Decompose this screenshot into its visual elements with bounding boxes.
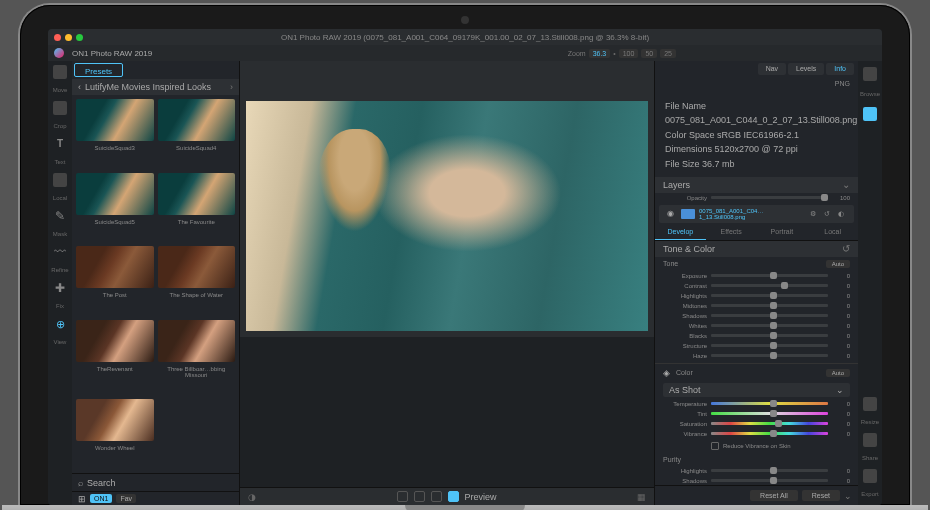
auto-tone-button[interactable]: Auto [826, 260, 850, 268]
zoom-controls: Zoom 36.3 • 100 50 25 [568, 49, 676, 58]
adjustments-scroll[interactable]: Tone & Color↺ Tone Auto Exposure0Contras… [655, 241, 858, 485]
saturation-slider[interactable] [711, 422, 828, 425]
resize-module[interactable] [863, 397, 877, 411]
slider-label: Highlights [663, 468, 707, 474]
on1-filter[interactable]: ON1 [90, 494, 112, 503]
zoom-preset-100[interactable]: 100 [619, 49, 639, 58]
close-icon[interactable] [54, 34, 61, 41]
layer-row[interactable]: ◉ 0075_081_A001_C04…1_13.Still008.png ⚙ … [659, 205, 854, 223]
maximize-icon[interactable] [76, 34, 83, 41]
preset-thumb [76, 399, 154, 441]
fix-tool[interactable]: ✚ [53, 281, 67, 295]
opacity-slider[interactable] [711, 196, 828, 199]
view-tool-label: View [50, 339, 70, 345]
layers-header[interactable]: Layers⌄ [655, 177, 858, 193]
share-button[interactable] [863, 433, 877, 447]
preset-5[interactable]: The Shape of Water [158, 246, 236, 316]
chevron-down-icon: ⌄ [842, 179, 850, 190]
eyedropper-icon[interactable]: ◈ [663, 368, 670, 378]
levels-tab[interactable]: Levels [788, 63, 824, 75]
blacks-slider[interactable] [711, 334, 828, 337]
effects-subtab[interactable]: Effects [706, 225, 757, 240]
resize-label: Resize [859, 419, 881, 425]
mask-preview-icon[interactable]: ▦ [637, 492, 646, 502]
vibrance-slider[interactable] [711, 432, 828, 435]
preview-image[interactable] [246, 101, 648, 331]
midtones-slider[interactable] [711, 304, 828, 307]
preview-toggle[interactable] [448, 491, 459, 502]
local-tool[interactable] [53, 173, 67, 187]
crop-tool[interactable] [53, 101, 67, 115]
info-tab[interactable]: Info [826, 63, 854, 75]
auto-color-button[interactable]: Auto [826, 369, 850, 377]
preset-6[interactable]: TheRevenant [76, 320, 154, 396]
layer-name: 0075_081_A001_C04…1_13.Still008.png [699, 208, 804, 220]
shadows-slider[interactable] [711, 479, 828, 482]
minimize-icon[interactable] [65, 34, 72, 41]
reset-button[interactable]: Reset [802, 490, 840, 501]
view-tool[interactable]: ⊕ [53, 317, 67, 331]
zoom-preset-25[interactable]: 25 [660, 49, 676, 58]
text-tool[interactable]: T [53, 137, 67, 151]
white-balance-select[interactable]: As Shot⌄ [663, 383, 850, 397]
slider-value: 0 [832, 303, 850, 309]
preset-label: The Post [76, 288, 154, 304]
zoom-value[interactable]: 36.3 [589, 49, 611, 58]
haze-slider[interactable] [711, 354, 828, 357]
whites-slider[interactable] [711, 324, 828, 327]
preset-0[interactable]: SuicideSquad3 [76, 99, 154, 169]
preset-thumb [76, 320, 154, 362]
view-mode-1[interactable] [397, 491, 408, 502]
edit-module[interactable] [863, 107, 877, 121]
nav-tab[interactable]: Nav [758, 63, 786, 75]
view-mode-2[interactable] [414, 491, 425, 502]
contrast-slider[interactable] [711, 284, 828, 287]
exposure-slider[interactable] [711, 274, 828, 277]
temperature-slider[interactable] [711, 402, 828, 405]
reset-icon[interactable]: ↺ [822, 210, 832, 218]
export-button[interactable] [863, 469, 877, 483]
view-mode-3[interactable] [431, 491, 442, 502]
preset-4[interactable]: The Post [76, 246, 154, 316]
search-input[interactable]: Search [87, 478, 116, 488]
refine-tool[interactable]: 〰 [53, 245, 67, 259]
slider-label: Shadows [663, 478, 707, 484]
reset-all-button[interactable]: Reset All [750, 490, 798, 501]
develop-subtab[interactable]: Develop [655, 225, 706, 240]
preset-label: TheRevenant [76, 362, 154, 378]
presets-tab[interactable]: Presets [74, 63, 123, 77]
highlights-slider[interactable] [711, 294, 828, 297]
eye-icon[interactable]: ◉ [667, 209, 677, 218]
expand-icon[interactable]: ⊞ [78, 494, 86, 504]
preset-7[interactable]: Three Billboar…bbing Missouri [158, 320, 236, 396]
right-toolrail: Browse Resize Share Export [858, 61, 882, 505]
slider-value: 0 [832, 283, 850, 289]
structure-slider[interactable] [711, 344, 828, 347]
reset-icon[interactable]: ↺ [842, 243, 850, 254]
soft-proof-icon[interactable]: ◑ [248, 492, 256, 502]
mask-tool[interactable]: ✎ [53, 209, 67, 223]
preset-browser: Presets ‹ LutifyMe Movies Inspired Looks… [72, 61, 240, 505]
zoom-preset-50[interactable]: 50 [641, 49, 657, 58]
gear-icon[interactable]: ⚙ [808, 210, 818, 218]
preset-category-dropdown[interactable]: ‹ LutifyMe Movies Inspired Looks › [72, 79, 239, 95]
browse-module[interactable] [863, 67, 877, 81]
local-subtab[interactable]: Local [807, 225, 858, 240]
mask-icon[interactable]: ◐ [836, 210, 846, 218]
preset-3[interactable]: The Favourite [158, 173, 236, 243]
preset-1[interactable]: SuicideSquad4 [158, 99, 236, 169]
shadows-slider[interactable] [711, 314, 828, 317]
preset-grid: SuicideSquad3SuicideSquad4SuicideSquad5T… [72, 95, 239, 473]
fav-filter[interactable]: Fav [116, 494, 136, 503]
chevron-down-icon[interactable]: ⌄ [844, 491, 852, 501]
move-tool[interactable] [53, 65, 67, 79]
preset-8[interactable]: Wonder Wheel [76, 399, 154, 469]
info-tabs: Nav Levels Info [655, 61, 858, 77]
preset-label: Wonder Wheel [76, 441, 154, 457]
preset-2[interactable]: SuicideSquad5 [76, 173, 154, 243]
reduce-vibrance-checkbox[interactable] [711, 442, 719, 450]
highlights-slider[interactable] [711, 469, 828, 472]
tint-slider[interactable] [711, 412, 828, 415]
tone-color-header[interactable]: Tone & Color↺ [655, 241, 858, 257]
portrait-subtab[interactable]: Portrait [757, 225, 808, 240]
